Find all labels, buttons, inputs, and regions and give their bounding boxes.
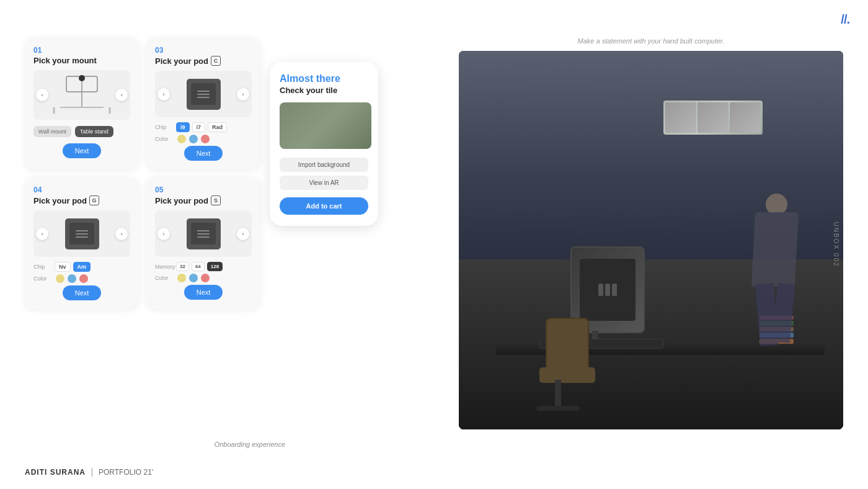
chip-row: Chip i9 i7 Rad <box>155 122 252 132</box>
color-dots-g <box>56 274 88 283</box>
memory-row: Memory 32 64 128 <box>155 262 252 271</box>
memory-label: Memory <box>155 264 174 270</box>
color-pink-s[interactable] <box>201 274 210 282</box>
wall-monitor <box>663 101 763 135</box>
title-4: Pick your pod S <box>155 195 252 205</box>
chair-seat <box>539 367 595 383</box>
color-row-g: Color <box>33 274 130 283</box>
next-btn-1[interactable]: Next <box>63 143 102 158</box>
right-panel: Make a statement with your hand built co… <box>434 0 868 489</box>
color-pink[interactable] <box>201 135 210 143</box>
pod-s-prev[interactable]: ‹ <box>157 228 170 240</box>
pod-c-prev[interactable]: ‹ <box>157 88 170 101</box>
wall-panel-1 <box>665 102 696 133</box>
wall-panel-3 <box>730 102 761 133</box>
scene <box>459 51 843 429</box>
chip-rad[interactable]: Rad <box>208 122 227 132</box>
footer-divider <box>92 468 92 477</box>
footer-portfolio: PORTFOLIO 21' <box>99 468 153 477</box>
vertical-label: UNBOX 002 <box>833 222 839 267</box>
view-ar-btn[interactable]: View in AR <box>280 176 368 190</box>
color-blue[interactable] <box>189 135 198 143</box>
cards-grid: 01 Pick your mount ‹ › Wall moun <box>25 37 260 309</box>
monitor-icon-bar <box>598 284 617 296</box>
chair-back <box>546 318 589 374</box>
add-cart-btn[interactable]: Add to cart <box>280 197 368 215</box>
chip-label: Chip <box>155 124 174 130</box>
color-yellow[interactable] <box>177 135 186 143</box>
footer-name: ADITI SURANA <box>25 468 86 477</box>
prev-arrow[interactable]: ‹ <box>36 89 48 101</box>
step-1: 01 <box>33 46 130 55</box>
mem-128[interactable]: 128 <box>207 262 223 271</box>
mount-nav: ‹ › <box>33 89 130 101</box>
photo-caption: Make a statement with your hand built co… <box>578 37 725 45</box>
color-row-s: Color <box>155 274 252 282</box>
card-mount: 01 Pick your mount ‹ › Wall moun <box>25 37 139 169</box>
pod-c-image: ‹ › <box>155 71 252 117</box>
footer: ADITI SURANA PORTFOLIO 21' <box>25 468 153 477</box>
table-stand-btn[interactable]: Table stand <box>75 126 113 137</box>
chip-am[interactable]: Am <box>73 262 91 272</box>
pod-g-next[interactable]: › <box>115 228 128 240</box>
chip-label-g: Chip <box>33 264 52 270</box>
chip-i7[interactable]: i7 <box>192 122 206 132</box>
color-blue-s[interactable] <box>189 274 198 282</box>
color-yellow-s[interactable] <box>177 274 186 282</box>
mount-image-area: ‹ › <box>33 70 130 120</box>
pod-s-image: ‹ › <box>155 210 252 257</box>
pod-s-next[interactable]: › <box>237 228 249 240</box>
almost-title: Almost there <box>280 73 368 84</box>
badge-s: S <box>211 195 221 205</box>
wall-mount-btn[interactable]: Wall mount <box>33 126 71 137</box>
pod-s-nav: ‹ › <box>155 228 252 240</box>
card-pod-g: 04 Pick your pod G ‹ › <box>25 177 139 309</box>
badge-g: G <box>89 195 99 205</box>
left-panel: 01 Pick your mount ‹ › Wall moun <box>25 37 285 459</box>
mem-32[interactable]: 32 <box>176 262 189 271</box>
mount-toggle: Wall mount Table stand <box>33 126 130 137</box>
next-btn-3[interactable]: Next <box>63 285 102 300</box>
chip-i9[interactable]: i9 <box>176 122 190 132</box>
color-label-s: Color <box>155 275 174 281</box>
person-body <box>751 212 799 287</box>
color-yellow-g[interactable] <box>56 274 64 283</box>
wall-panel-2 <box>698 102 728 133</box>
title-2: Pick your pod C <box>155 56 252 66</box>
chip-row-g: Chip Nv Am <box>33 262 130 272</box>
pod-c-next[interactable]: › <box>237 88 249 101</box>
color-row-c: Color <box>155 135 252 143</box>
chair-wheel-base <box>536 406 580 411</box>
pod-c-nav: ‹ › <box>155 88 252 101</box>
tile-preview <box>280 102 371 149</box>
pod-g-image: ‹ › <box>33 210 130 257</box>
card-pod-c: 03 Pick your pod C ‹ › <box>146 37 260 169</box>
card-pod-s: 05 Pick your pod S ‹ › <box>146 177 260 309</box>
badge-c: C <box>211 56 221 66</box>
mem-64[interactable]: 64 <box>192 262 205 271</box>
title-3: Pick your pod G <box>33 195 130 205</box>
next-btn-4[interactable]: Next <box>184 285 223 300</box>
step-4: 05 <box>155 186 252 194</box>
step-2: 03 <box>155 46 252 55</box>
color-label-c: Color <box>155 136 174 142</box>
svg-point-2 <box>79 75 85 81</box>
color-label-g: Color <box>33 276 52 282</box>
pod-g-prev[interactable]: ‹ <box>36 228 48 240</box>
person-silhouette <box>744 194 806 367</box>
chip-nv[interactable]: Nv <box>55 262 71 272</box>
action-buttons: Import background View in AR <box>280 158 368 190</box>
almost-card: Almost there Check your tile Import back… <box>270 62 378 226</box>
import-bg-btn[interactable]: Import background <box>280 158 368 172</box>
color-pink-g[interactable] <box>79 274 88 283</box>
pod-g-nav: ‹ › <box>33 228 130 240</box>
onboarding-label: Onboarding experience <box>215 441 285 448</box>
next-arrow[interactable]: › <box>115 89 128 101</box>
next-btn-2[interactable]: Next <box>184 146 223 161</box>
color-dots-c <box>177 135 210 143</box>
color-dots-s <box>177 274 210 282</box>
color-blue-g[interactable] <box>68 274 76 283</box>
step-3: 04 <box>33 186 130 194</box>
person-leg2 <box>773 283 795 343</box>
title-1: Pick your mount <box>33 56 130 65</box>
